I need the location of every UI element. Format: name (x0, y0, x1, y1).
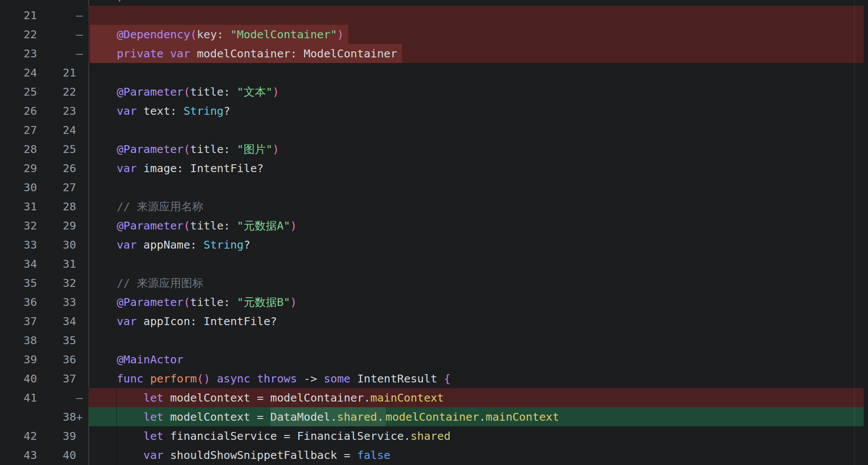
code-line[interactable] (88, 254, 864, 273)
line-number-old[interactable]: 29 (0, 159, 37, 178)
line-number-new[interactable]: 21 (37, 63, 76, 82)
line-number-old[interactable]: 36 (0, 292, 37, 312)
line-gutter: 3027 (0, 178, 88, 197)
line-number-old[interactable]: 30 (0, 178, 37, 197)
line-gutter: 2926 (0, 159, 88, 178)
line-number-old[interactable]: 41 (0, 388, 37, 407)
line-number-new[interactable]: 34 (37, 312, 76, 331)
line-gutter: 2623 (0, 101, 88, 120)
line-number-old[interactable]: 33 (0, 235, 37, 254)
code-line[interactable]: private var modelContainer: ModelContain… (88, 44, 864, 63)
line-number-old[interactable]: 40 (0, 369, 37, 388)
code-token: : (190, 315, 204, 328)
code-token: shared (411, 429, 451, 442)
line-number-old[interactable]: 24 (0, 63, 37, 82)
code-line[interactable]: // 来源应用图标 (88, 273, 864, 292)
code-line[interactable]: var text: String? (88, 101, 864, 120)
code-line[interactable]: ) (88, 0, 864, 6)
line-number-old[interactable]: 22 (0, 25, 37, 44)
line-number-old[interactable]: 26 (0, 101, 37, 120)
code-line[interactable]: // 来源应用名称 (88, 197, 864, 216)
code-token: ? (257, 162, 264, 175)
line-number-new[interactable]: 31 (37, 254, 76, 273)
line-gutter: 3633 (0, 292, 88, 312)
line-number-new[interactable] (37, 388, 76, 407)
line-number-new[interactable]: 24 (37, 120, 76, 140)
line-gutter: 2825 (0, 140, 88, 159)
code-token: modelContext (164, 410, 257, 423)
code-line[interactable]: var shouldShowSnippetFallback = false (88, 445, 864, 465)
code-line[interactable]: var appIcon: IntentFile? (88, 312, 864, 331)
line-number-new[interactable]: 28 (37, 197, 76, 216)
diff-editor[interactable]: 2020 )21—22— @Dependency(key: "ModelCont… (0, 0, 868, 465)
line-number-new[interactable]: 27 (37, 178, 76, 197)
code-token (90, 219, 117, 232)
line-number-new[interactable]: 26 (37, 159, 76, 178)
line-number-old[interactable]: 27 (0, 120, 37, 140)
line-number-old[interactable]: 37 (0, 312, 37, 331)
line-number-old[interactable]: 42 (0, 426, 37, 445)
code-line[interactable] (88, 178, 864, 197)
code-token: : (170, 104, 184, 117)
code-line[interactable]: @Parameter(title: "文本") (88, 82, 864, 101)
code-line[interactable] (88, 331, 864, 350)
line-number-new[interactable]: 33 (37, 292, 76, 312)
line-number-new[interactable] (37, 25, 76, 44)
code-token: ModelContainer (304, 47, 397, 60)
line-number-new[interactable]: 20 (37, 0, 76, 6)
line-number-new[interactable]: 25 (37, 140, 76, 159)
line-number-old[interactable]: 34 (0, 254, 37, 273)
code-line[interactable] (88, 63, 864, 82)
line-number-old[interactable]: 25 (0, 82, 37, 101)
code-line[interactable]: let modelContext = DataModel.shared.mode… (88, 407, 864, 426)
code-token: // 来源应用名称 (117, 200, 203, 213)
line-number-new[interactable] (37, 44, 76, 63)
code-line-row: 2020 ) (0, 0, 868, 6)
code-line[interactable]: @Parameter(title: "元数据B") (88, 292, 864, 312)
code-line[interactable]: let modelContext = modelContainer.mainCo… (88, 388, 864, 407)
line-number-old[interactable]: 43 (0, 445, 37, 465)
line-number-new[interactable]: 22 (37, 82, 76, 101)
code-line[interactable] (88, 120, 864, 140)
code-line[interactable] (88, 6, 864, 25)
line-number-new[interactable]: 38 (37, 407, 76, 426)
line-number-old[interactable]: 32 (0, 216, 37, 235)
line-number-old[interactable]: 31 (0, 197, 37, 216)
diff-marker (76, 235, 88, 254)
code-line[interactable]: @Parameter(title: "图片") (88, 140, 864, 159)
line-number-new[interactable]: 29 (37, 216, 76, 235)
line-number-new[interactable] (37, 6, 76, 25)
line-number-new[interactable]: 37 (37, 369, 76, 388)
line-number-new[interactable]: 35 (37, 331, 76, 350)
line-gutter: 38+ (0, 407, 88, 426)
code-line[interactable]: var image: IntentFile? (88, 159, 864, 178)
line-number-old[interactable]: 39 (0, 350, 37, 369)
line-number-new[interactable]: 40 (37, 445, 76, 465)
code-token: appName (137, 238, 190, 251)
line-number-old[interactable]: 23 (0, 44, 37, 63)
line-number-new[interactable]: 23 (37, 101, 76, 120)
code-token: let (144, 429, 164, 442)
line-number-old[interactable] (0, 407, 37, 426)
code-token: "元数据B" (237, 296, 290, 309)
line-number-new[interactable]: 30 (37, 235, 76, 254)
line-number-old[interactable]: 38 (0, 331, 37, 350)
line-number-old[interactable]: 21 (0, 6, 37, 25)
diff-marker (76, 331, 88, 350)
code-line[interactable]: func perform() async throws -> some Inte… (88, 369, 864, 388)
code-token: : (177, 162, 190, 175)
code-line[interactable]: @Dependency(key: "ModelContainer") (88, 25, 864, 44)
line-number-old[interactable]: 35 (0, 273, 37, 292)
code-line[interactable]: @Parameter(title: "元数据A") (88, 216, 864, 235)
code-line[interactable]: @MainActor (88, 350, 864, 369)
code-line[interactable]: var appName: String? (88, 235, 864, 254)
code-token: title (190, 296, 224, 309)
line-number-new[interactable]: 36 (37, 350, 76, 369)
code-line[interactable]: let financialService = FinancialService.… (88, 426, 864, 445)
line-number-old[interactable]: 20 (0, 0, 37, 6)
line-number-new[interactable]: 39 (37, 426, 76, 445)
line-number-new[interactable]: 32 (37, 273, 76, 292)
diff-marker (76, 120, 88, 140)
line-number-old[interactable]: 28 (0, 140, 37, 159)
code-token: "图片" (237, 143, 273, 156)
